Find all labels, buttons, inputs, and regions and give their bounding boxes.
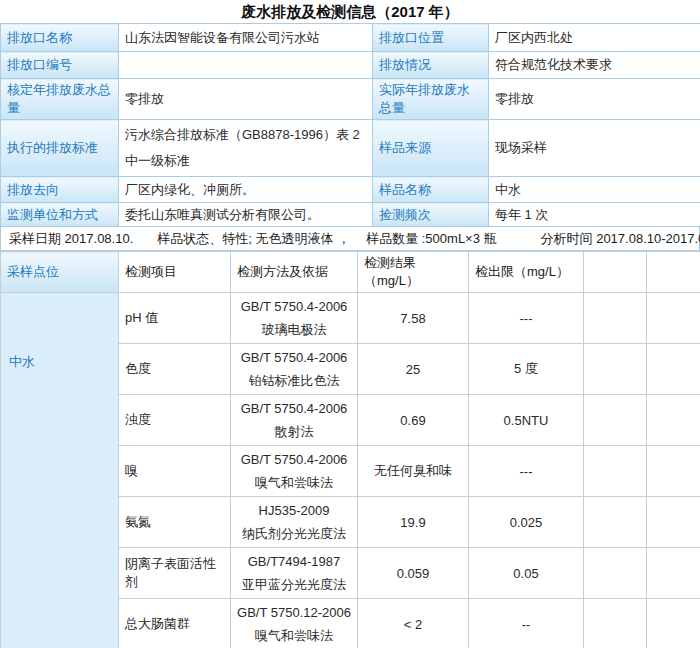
detect-row-item: pH 值 (119, 293, 231, 344)
detect-row-method: GB/T 5750.4-2006 散射法 (231, 395, 358, 446)
detect-row-item: 阴离子表面活性剂 (119, 548, 231, 599)
detect-row-method: GB/T 5750.4-2006 嗅气和尝味法 (231, 446, 358, 497)
sampling-date: 采样日期 2017.08.10. (9, 230, 133, 248)
header-test-method: 检测方法及依据 (231, 252, 358, 293)
value-approved-annual-total: 零排放 (119, 79, 373, 120)
method-name: 亚甲蓝分光光度法 (235, 573, 353, 596)
detect-row-limit: 0.025 (469, 497, 584, 548)
label-outlet-name: 排放口名称 (1, 24, 119, 52)
value-outlet-name: 山东法因智能设备有限公司污水站 (119, 24, 373, 52)
value-discharge-status: 符合规范化技术要求 (489, 52, 700, 79)
empty-cell (584, 395, 647, 446)
label-actual-annual-total: 实际年排放废水总量 (373, 79, 489, 120)
method-standard: GB/T 5750.4-2006 (235, 448, 353, 471)
detect-row-limit: --- (469, 293, 584, 344)
method-standard: GB/T 5750.4-2006 (235, 346, 353, 369)
value-sample-source: 现场采样 (489, 120, 700, 177)
detect-row-result: < 2 (358, 599, 469, 648)
report-page: 废水排放及检测信息（2017 年） 排放口名称 山东法因智能设备有限公司污水站 … (0, 0, 700, 648)
value-outlet-number (119, 52, 373, 79)
method-standard: GB/T 5750.12-2006 (235, 601, 353, 624)
info-row: 执行的排放标准 污水综合排放标准（GB8878-1996）表 2 中一级标准 样… (1, 120, 700, 177)
detect-row-item: 总大肠菌群 (119, 599, 231, 648)
label-monitoring-unit: 监测单位和方式 (1, 203, 119, 227)
detect-row-item: 嗅 (119, 446, 231, 497)
detect-row-item: 色度 (119, 344, 231, 395)
header-sampling-point: 采样点位 (1, 252, 119, 293)
label-approved-annual-total: 核定年排放废水总量 (1, 79, 119, 120)
label-sample-name: 样品名称 (373, 177, 489, 203)
value-actual-annual-total: 零排放 (489, 79, 700, 120)
empty-cell (647, 344, 700, 395)
label-discharge-destination: 排放去向 (1, 177, 119, 203)
detect-row-method: GB/T 5750.12-2006 嗅气和尝味法 (231, 599, 358, 648)
value-outlet-location: 厂区内西北处 (489, 24, 700, 52)
method-standard: GB/T 5750.4-2006 (235, 397, 353, 420)
method-name: 嗅气和尝味法 (235, 624, 353, 647)
page-title: 废水排放及检测信息（2017 年） (0, 0, 700, 23)
header-detection-limit: 检出限（mg/L） (469, 252, 584, 293)
detect-row-limit: 0.5NTU (469, 395, 584, 446)
label-monitoring-frequency: 捡测频次 (373, 203, 489, 227)
method-standard: HJ535-2009 (235, 499, 353, 522)
label-discharge-standard: 执行的排放标准 (1, 120, 119, 177)
header-test-result: 检测结果（mg/L） (358, 252, 469, 293)
header-empty-cell (584, 252, 647, 293)
empty-cell (647, 293, 700, 344)
detect-row-result: 0.69 (358, 395, 469, 446)
method-name: 纳氏剂分光光度法 (235, 522, 353, 545)
label-discharge-status: 排放情况 (373, 52, 489, 79)
empty-cell (647, 497, 700, 548)
detection-results-table: 采样点位 检测项目 检测方法及依据 检测结果（mg/L） 检出限（mg/L） 中… (0, 251, 700, 648)
detect-row-result: 0.059 (358, 548, 469, 599)
value-monitoring-frequency: 每年 1 次 (489, 203, 700, 227)
detect-row: 中水 pH 值 GB/T 5750.4-2006 玻璃电极法 7.58 --- (1, 293, 700, 344)
detect-row-result: 无任何臭和味 (358, 446, 469, 497)
info-row: 监测单位和方式 委托山东唯真测试分析有限公司。 捡测频次 每年 1 次 (1, 203, 700, 227)
empty-cell (584, 293, 647, 344)
detect-row-limit: 5 度 (469, 344, 584, 395)
detect-row-limit: --- (469, 446, 584, 497)
empty-cell (584, 446, 647, 497)
info-row: 核定年排放废水总量 零排放 实际年排放废水总量 零排放 (1, 79, 700, 120)
method-standard: GB/T 5750.4-2006 (235, 295, 353, 318)
detect-row-limit: 0.05 (469, 548, 584, 599)
detect-row-method: HJ535-2009 纳氏剂分光光度法 (231, 497, 358, 548)
detect-row-result: 7.58 (358, 293, 469, 344)
sampling-info-line: 采样日期 2017.08.10. 样品状态、特性; 无色透明液体 ， 样品数量 … (0, 227, 700, 251)
detect-row-method: GB/T 5750.4-2006 铂钴标准比色法 (231, 344, 358, 395)
empty-cell (584, 599, 647, 648)
empty-cell (647, 548, 700, 599)
value-monitoring-unit: 委托山东唯真测试分析有限公司。 (119, 203, 373, 227)
method-standard: GB/T7494-1987 (235, 550, 353, 573)
info-row: 排放去向 厂区内绿化、冲厕所。 样品名称 中水 (1, 177, 700, 203)
method-name: 散射法 (235, 420, 353, 443)
empty-cell (647, 599, 700, 648)
sample-quantity: 样品数量 :500mL×3 瓶 (366, 230, 496, 248)
header-empty-cell (647, 252, 700, 293)
sampling-point-value: 中水 (1, 293, 119, 648)
empty-cell (647, 446, 700, 497)
sample-state: 样品状态、特性; 无色透明液体 ， (157, 230, 350, 248)
detect-row-method: GB/T 5750.4-2006 玻璃电极法 (231, 293, 358, 344)
label-outlet-location: 排放口位置 (373, 24, 489, 52)
label-sample-source: 样品来源 (373, 120, 489, 177)
method-name: 铂钴标准比色法 (235, 369, 353, 392)
detect-row-result: 25 (358, 344, 469, 395)
discharge-info-table: 排放口名称 山东法因智能设备有限公司污水站 排放口位置 厂区内西北处 排放口编号… (0, 23, 700, 227)
empty-cell (647, 395, 700, 446)
analysis-time: 分析时间 2017.08.10-2017.08.12 (541, 230, 700, 248)
info-row: 排放口编号 排放情况 符合规范化技术要求 (1, 52, 700, 79)
detect-row-method: GB/T7494-1987 亚甲蓝分光光度法 (231, 548, 358, 599)
header-test-item: 检测项目 (119, 252, 231, 293)
detect-row-item: 浊度 (119, 395, 231, 446)
detect-header-row: 采样点位 检测项目 检测方法及依据 检测结果（mg/L） 检出限（mg/L） (1, 252, 700, 293)
label-outlet-number: 排放口编号 (1, 52, 119, 79)
value-discharge-standard: 污水综合排放标准（GB8878-1996）表 2 中一级标准 (119, 120, 373, 177)
empty-cell (584, 344, 647, 395)
method-name: 嗅气和尝味法 (235, 471, 353, 494)
detect-row-limit: -- (469, 599, 584, 648)
empty-cell (584, 497, 647, 548)
detect-row-result: 19.9 (358, 497, 469, 548)
method-name: 玻璃电极法 (235, 318, 353, 341)
